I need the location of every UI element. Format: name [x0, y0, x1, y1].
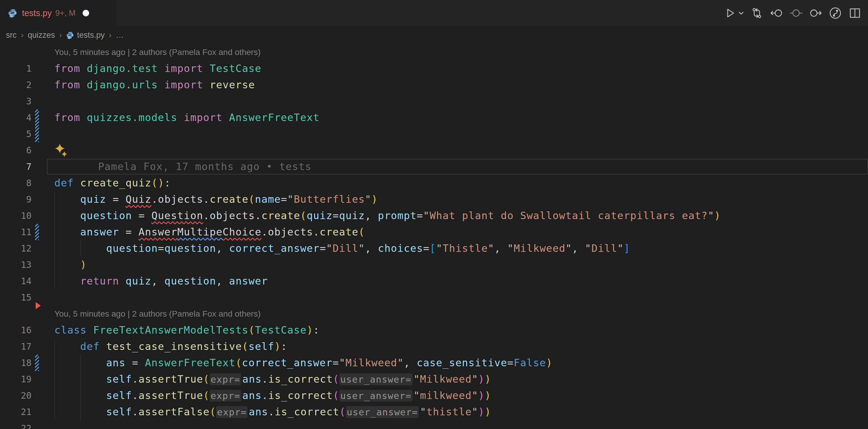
- commit-graph-icon[interactable]: [828, 4, 843, 23]
- code-token: (: [300, 210, 307, 221]
- code-token: Dill: [591, 242, 617, 254]
- code-token: create: [320, 226, 359, 238]
- code-token: question: [80, 210, 132, 221]
- line-number[interactable]: 15: [0, 289, 31, 306]
- code-token: ans: [242, 390, 261, 401]
- code-token: :: [164, 177, 171, 189]
- code-token: ": [472, 373, 478, 385]
- code-token: ": [414, 390, 420, 401]
- code-line-content[interactable]: question=question, correct_answer="Dill"…: [54, 240, 868, 256]
- modified-lines-gutter-marker: [35, 126, 39, 142]
- code-line-content[interactable]: [54, 142, 868, 158]
- line-number[interactable]: 22: [0, 420, 31, 429]
- code-token: [54, 406, 106, 418]
- code-token: (: [359, 226, 365, 238]
- code-editor[interactable]: You, 5 minutes ago | 2 authors (Pamela F…: [0, 44, 868, 429]
- code-token: def: [80, 340, 99, 352]
- code-row: 16class FreeTextAnswerModelTests(TestCas…: [0, 322, 868, 338]
- unsaved-changes-dot[interactable]: [83, 10, 89, 17]
- line-number[interactable]: 18: [0, 355, 31, 371]
- tab-tests-py[interactable]: tests.py 9+, M: [0, 0, 117, 26]
- line-number[interactable]: 2: [0, 77, 31, 93]
- line-number[interactable]: 3: [0, 93, 31, 110]
- breadcrumb-src[interactable]: src: [6, 31, 17, 40]
- code-token: (: [242, 340, 248, 352]
- code-token: import: [184, 112, 223, 123]
- code-token: .: [268, 406, 275, 418]
- tab-problems-badge: 9+, M: [55, 9, 75, 18]
- code-row: 9 quiz = Quiz.objects.create(name="Butte…: [0, 191, 868, 208]
- code-line-content[interactable]: answer = AnswerMultipeChoice.objects.cre…: [54, 224, 868, 240]
- line-number[interactable]: 20: [0, 387, 31, 404]
- code-token: create_quiz: [80, 177, 151, 189]
- code-token: .: [262, 373, 268, 385]
- code-line-content[interactable]: from quizzes.models import AnswerFreeTex…: [54, 110, 868, 126]
- code-token: question: [106, 242, 158, 254]
- line-number[interactable]: 17: [0, 338, 31, 355]
- code-line-content[interactable]: class FreeTextAnswerModelTests(TestCase)…: [54, 322, 868, 338]
- line-number[interactable]: 5: [0, 126, 31, 142]
- code-token: [: [430, 242, 436, 254]
- copilot-sparkle-icon[interactable]: [54, 143, 68, 157]
- previous-change-icon[interactable]: [769, 4, 784, 23]
- line-number[interactable]: 14: [0, 273, 31, 289]
- code-line-content[interactable]: from django.test import TestCase: [54, 60, 868, 77]
- code-token: Butterflies: [294, 193, 365, 205]
- line-number[interactable]: 10: [0, 208, 31, 224]
- code-token: self: [248, 340, 274, 352]
- code-token: (: [203, 373, 210, 385]
- line-number[interactable]: 16: [0, 322, 31, 338]
- line-number[interactable]: 12: [0, 240, 31, 256]
- code-token: [74, 177, 80, 189]
- code-token: ": [287, 193, 294, 205]
- line-number[interactable]: 8: [0, 175, 31, 191]
- code-token: Quiz: [126, 193, 152, 205]
- code-line-content[interactable]: from django.urls import reverse: [54, 77, 868, 93]
- code-row: 15: [0, 289, 868, 306]
- open-changes-icon[interactable]: [788, 4, 804, 23]
- code-token: .: [262, 390, 268, 401]
- code-token: TestCase: [255, 324, 307, 336]
- line-number[interactable]: 9: [0, 191, 31, 208]
- run-dropdown-chevron[interactable]: [737, 4, 745, 23]
- code-line-content[interactable]: ): [54, 256, 868, 273]
- code-line-content[interactable]: ans = AnswerFreeText(correct_answer="Mil…: [54, 355, 868, 371]
- code-line-content[interactable]: self.assertTrue(expr=ans.is_correct(user…: [54, 371, 868, 388]
- line-number[interactable]: 21: [0, 404, 31, 420]
- code-line-content[interactable]: def test_case_insensitive(self):: [54, 338, 868, 355]
- code-token: ": [414, 373, 420, 385]
- next-change-icon[interactable]: [808, 4, 824, 23]
- code-line-content[interactable]: question = Question.objects.create(quiz=…: [54, 208, 868, 224]
- breadcrumb-symbol-ellipsis[interactable]: …: [116, 31, 124, 40]
- code-token: ": [339, 357, 346, 369]
- code-row: 21 self.assertFalse(expr=ans.is_correct(…: [0, 404, 868, 420]
- breadcrumb-filename: tests.py: [77, 31, 104, 40]
- code-line-content[interactable]: self.assertTrue(expr=ans.is_correct(user…: [54, 387, 868, 404]
- compare-changes-icon[interactable]: [749, 4, 765, 23]
- code-token: ": [472, 406, 478, 418]
- blame-annotation[interactable]: You, 5 minutes ago | 2 authors (Pamela F…: [54, 306, 868, 322]
- code-token: (: [339, 406, 346, 418]
- line-number[interactable]: 11: [0, 224, 31, 240]
- deleted-lines-gutter-marker: [36, 302, 41, 309]
- line-number[interactable]: 6: [0, 142, 31, 158]
- code-token: [203, 62, 210, 74]
- line-number[interactable]: 1: [0, 60, 31, 77]
- line-number[interactable]: 7: [0, 158, 31, 175]
- line-number[interactable]: 19: [0, 371, 31, 387]
- code-line-content[interactable]: self.assertFalse(expr=ans.is_correct(use…: [54, 404, 868, 420]
- line-number[interactable]: 13: [0, 256, 31, 273]
- line-number[interactable]: 4: [0, 110, 31, 126]
- code-line-content[interactable]: quiz = Quiz.objects.create(name="Butterf…: [54, 191, 868, 208]
- inlay-hint: expr=: [210, 373, 241, 385]
- blame-annotation[interactable]: You, 5 minutes ago | 2 authors (Pamela F…: [54, 44, 868, 60]
- code-token: [158, 79, 164, 91]
- code-line-content[interactable]: return quiz, question, answer: [54, 273, 868, 289]
- breadcrumb-tests-py[interactable]: tests.py: [66, 31, 104, 40]
- breadcrumb-quizzes[interactable]: quizzes: [28, 31, 55, 40]
- code-token: AnswerFreeText: [145, 357, 236, 369]
- code-line-content[interactable]: def create_quiz():: [54, 175, 868, 191]
- run-python-file-button[interactable]: [722, 4, 738, 23]
- code-token: ): [478, 390, 485, 401]
- split-editor-icon[interactable]: [847, 4, 863, 23]
